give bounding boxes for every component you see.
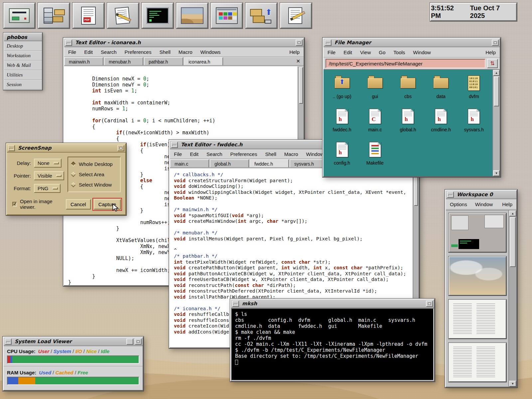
launcher-removable-media-drive[interactable] xyxy=(3,3,35,29)
launcher-pdf-viewer[interactable]: PDF xyxy=(72,3,104,29)
menu-options[interactable]: Options xyxy=(450,201,467,207)
file-main.c[interactable]: Cmain.c xyxy=(358,108,391,141)
menu-macro[interactable]: Macro xyxy=(179,49,193,55)
titlebar[interactable]: mksh xyxy=(231,300,434,308)
scrollbar-thumb[interactable] xyxy=(299,67,303,104)
path-field[interactable]: /tmp/test/C_Experiments/NewFileManager xyxy=(326,59,485,68)
maximize-button[interactable] xyxy=(135,338,142,345)
open-in-viewer-checkbox[interactable] xyxy=(12,202,17,206)
menu-search[interactable]: Search xyxy=(206,151,222,157)
menu-shell[interactable]: Shell xyxy=(159,49,170,55)
vertical-scrollbar[interactable]: ▲ ▼ xyxy=(492,70,500,176)
maximize-button[interactable] xyxy=(492,40,499,46)
file-dvfm[interactable]: 10110010111101000101dvfm xyxy=(458,74,490,108)
menu-macro[interactable]: Macro xyxy=(284,151,298,157)
menu-windows[interactable]: Windows xyxy=(200,49,220,55)
menu-edit[interactable]: Edit xyxy=(343,50,352,55)
tab-mainwin.h[interactable]: mainwin.h xyxy=(64,57,103,65)
close-tab-button[interactable]: ✕ xyxy=(293,58,304,64)
titlebar[interactable]: Workspace 0 xyxy=(446,191,516,199)
menu-preferences[interactable]: Preferences xyxy=(125,49,152,55)
launcher-file-transfer[interactable]: ⬆ xyxy=(245,3,277,29)
dropdown-delay[interactable]: None xyxy=(34,159,62,168)
file-config.h[interactable]: hconfig.h xyxy=(326,141,358,174)
menu-preferences[interactable]: Preferences xyxy=(230,151,257,157)
launcher-text-editor[interactable] xyxy=(280,3,312,29)
menu-file[interactable]: File xyxy=(68,49,76,55)
menu-search[interactable]: Search xyxy=(101,49,117,55)
file-fwddec.h[interactable]: hfwddec.h xyxy=(326,108,358,141)
vertical-scrollbar[interactable]: ▲ ▼ xyxy=(508,210,516,387)
file-global.h[interactable]: hglobal.h xyxy=(391,108,424,141)
launcher-file-cabinet[interactable] xyxy=(38,3,70,29)
scroll-down-arrow[interactable]: ▼ xyxy=(509,381,516,387)
menu-tools[interactable]: Tools xyxy=(393,50,405,55)
window-menu-button[interactable] xyxy=(8,145,15,151)
window-menu-button[interactable] xyxy=(325,40,332,46)
window-menu-button[interactable] xyxy=(447,192,454,198)
menu-edit[interactable]: Edit xyxy=(84,49,93,55)
scroll-down-arrow[interactable]: ▼ xyxy=(493,170,500,176)
dropdown-format[interactable]: PNG xyxy=(34,184,61,193)
cancel-button[interactable]: Cancel xyxy=(66,199,91,209)
file-Makefile[interactable]: Makefile xyxy=(358,141,391,174)
file-cbs[interactable]: cbs xyxy=(391,74,424,108)
radio-select-area[interactable]: Select Area xyxy=(71,172,117,177)
titlebar[interactable]: System Load Viewer xyxy=(4,337,143,346)
phobos-menu-title[interactable]: phobos xyxy=(4,33,42,41)
window-menu-button[interactable] xyxy=(171,142,178,148)
menu-item-workstation[interactable]: Workstation xyxy=(4,51,42,61)
menu-item-desktop[interactable]: Desktop xyxy=(4,41,42,51)
titlebar[interactable]: File Manager xyxy=(324,39,500,47)
file-data[interactable]: data xyxy=(425,74,458,108)
scroll-up-arrow[interactable]: ▲ xyxy=(509,210,516,216)
menu-item-web-mail[interactable]: Web & Mail xyxy=(4,61,42,70)
titlebar[interactable]: Text Editor - iconarea.h xyxy=(64,39,304,47)
window-menu-button[interactable] xyxy=(232,301,239,307)
terminal-screen[interactable]: $ lscbs config.h dvfm global.h main.c sy… xyxy=(231,308,434,381)
file-sysvars.h[interactable]: hsysvars.h xyxy=(458,108,490,141)
dropdown-pointer[interactable]: Visible xyxy=(34,171,64,180)
titlebar[interactable]: ScreenSnap xyxy=(7,144,125,153)
maximize-button[interactable] xyxy=(426,301,433,307)
workspace-thumbnail-document-1[interactable] xyxy=(449,300,506,339)
maximize-button[interactable] xyxy=(296,40,303,46)
scrollbar-thumb[interactable] xyxy=(494,76,499,106)
launcher-notepad[interactable] xyxy=(107,3,139,29)
tab-pathbar.h[interactable]: pathbar.h xyxy=(144,57,183,65)
launcher-image-viewer[interactable] xyxy=(176,3,208,29)
tab-main.c[interactable]: main.c xyxy=(170,159,209,167)
menu-window[interactable]: Window xyxy=(413,50,431,55)
file-gui[interactable]: gui xyxy=(358,74,391,108)
window-menu-button[interactable] xyxy=(5,338,12,345)
tab-iconarea.h[interactable]: iconarea.h xyxy=(184,57,223,65)
menu-item-utilities[interactable]: Utilities xyxy=(4,70,42,80)
tab-fwddec.h[interactable]: fwddec.h xyxy=(250,159,289,167)
launcher-style-manager[interactable] xyxy=(211,3,243,29)
menu-help[interactable]: Help xyxy=(289,49,300,55)
file-cmdline.h[interactable]: hcmdline.h xyxy=(425,108,458,141)
scroll-up-arrow[interactable]: ▲ xyxy=(493,70,500,76)
file-..-go-up-[interactable]: ⬆.. (go up) xyxy=(326,74,358,108)
workspace-thumbnail-desktop[interactable] xyxy=(449,213,506,252)
menu-window[interactable]: Window xyxy=(475,201,493,207)
menu-file[interactable]: File xyxy=(328,50,335,55)
radio-select-window[interactable]: Select Window xyxy=(71,182,117,188)
workspace-thumbnail-document-2[interactable] xyxy=(449,343,506,382)
menu-go[interactable]: Go xyxy=(379,50,385,55)
menu-view[interactable]: View xyxy=(360,50,371,55)
launcher-terminal[interactable] xyxy=(142,3,174,29)
menu-help[interactable]: Help xyxy=(485,50,496,55)
minimize-button[interactable] xyxy=(126,338,133,345)
menu-help[interactable]: Help xyxy=(502,201,512,207)
maximize-button[interactable] xyxy=(117,145,124,151)
menu-edit[interactable]: Edit xyxy=(190,151,199,157)
tab-menubar.h[interactable]: menubar.h xyxy=(104,57,143,65)
workspace-thumbnail-sky[interactable] xyxy=(449,256,506,296)
refresh-button[interactable]: ⇅ xyxy=(487,59,498,68)
window-menu-button[interactable] xyxy=(65,40,72,46)
tab-global.h[interactable]: global.h xyxy=(210,159,249,167)
scrollbar-thumb[interactable] xyxy=(510,217,516,267)
menu-shell[interactable]: Shell xyxy=(265,151,276,157)
menu-file[interactable]: File xyxy=(174,151,182,157)
